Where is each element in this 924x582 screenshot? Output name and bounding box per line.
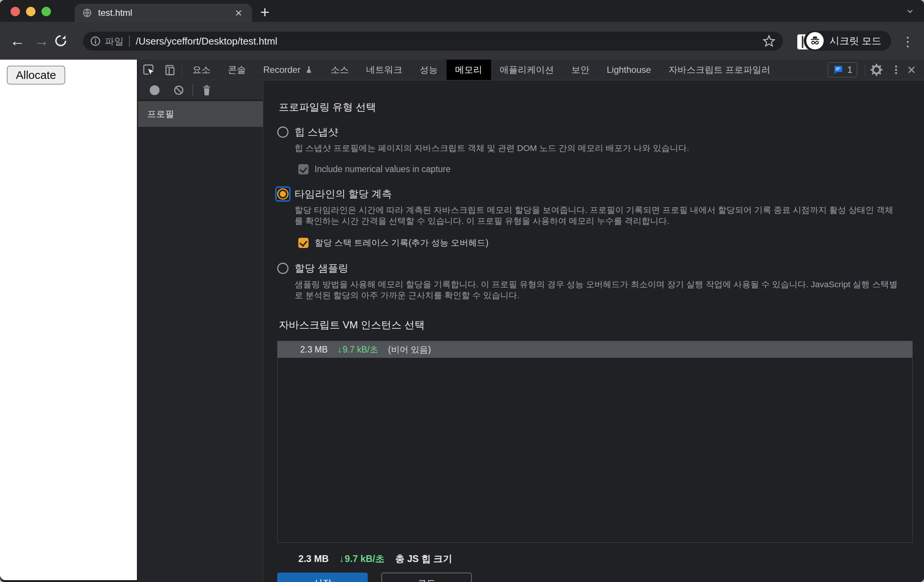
devtools-tabs: 요소 콘솔 Recorder 소스 네트워크 성능 메모리 애플리케이션 보안 …	[184, 60, 779, 80]
browser-tab[interactable]: test.html ×	[75, 4, 252, 22]
devtools-tab-network[interactable]: 네트워크	[358, 60, 411, 80]
devtools-tab-recorder[interactable]: Recorder	[254, 60, 322, 80]
browser-menu-icon[interactable]: ⋮	[901, 33, 914, 50]
profiles-section-header[interactable]: 프로필	[138, 101, 263, 127]
load-button[interactable]: 로드	[381, 572, 472, 582]
memory-toolbar	[138, 81, 263, 101]
vm-empty-note: (비어 있음)	[388, 344, 431, 355]
devtools-tab-security[interactable]: 보안	[563, 60, 598, 80]
devtools-tab-sources[interactable]: 소스	[322, 60, 358, 80]
numerical-values-check-row[interactable]: Include numerical values in capture	[298, 164, 924, 174]
down-arrow-icon: ↓	[340, 553, 344, 564]
allocation-sampling-option[interactable]: 할당 샘플링	[277, 261, 924, 275]
down-arrow-icon: ↓	[338, 345, 342, 355]
allocation-timeline-label: 타임라인의 할당 계측	[295, 187, 392, 201]
tab-title: test.html	[98, 8, 229, 18]
devtools-tab-console[interactable]: 콘솔	[219, 60, 254, 80]
allocation-sampling-description: 샘플링 방법을 사용해 메모리 할당을 기록합니다. 이 프로필 유형의 경우 …	[295, 279, 901, 301]
browser-window: test.html × + ← → 파일 /Users/yceffort/Des…	[0, 0, 924, 582]
incognito-badge: 시크릿 모드	[804, 30, 891, 51]
allocation-timeline-description: 할당 타임라인은 시간에 따라 계측된 자바스크립트 메모리 할당을 보여줍니다…	[295, 205, 901, 227]
issues-count: 1	[847, 64, 852, 75]
vm-rate-value: 9.7 kB/초	[342, 344, 378, 355]
tab-favicon-globe-icon	[82, 8, 92, 18]
new-tab-button[interactable]: +	[260, 5, 270, 20]
total-rate-value: 9.7 kB/초	[345, 552, 385, 565]
total-heap-size: 2.3 MB	[298, 553, 329, 564]
url-separator	[129, 35, 130, 47]
toolbar-separator	[192, 84, 193, 96]
devtools-panel: 요소 콘솔 Recorder 소스 네트워크 성능 메모리 애플리케이션 보안 …	[138, 60, 924, 582]
allocation-sampling-radio[interactable]	[277, 263, 289, 274]
action-buttons: 시작 로드	[277, 572, 924, 582]
reload-button[interactable]	[54, 33, 78, 48]
minimize-window-button[interactable]	[26, 7, 35, 16]
allocate-button[interactable]: Allocate	[7, 66, 65, 84]
vm-instance-list: 2.3 MB ↓ 9.7 kB/초 (비어 있음)	[277, 341, 913, 543]
inspect-element-icon[interactable]	[138, 60, 159, 80]
device-toolbar-icon[interactable]	[159, 60, 180, 80]
devtools-tab-elements[interactable]: 요소	[184, 60, 219, 80]
allocation-sampling-label: 할당 샘플링	[295, 261, 348, 275]
forward-button[interactable]: →	[30, 33, 54, 48]
stack-trace-check-row[interactable]: 할당 스택 트레이스 기록(추가 성능 오버헤드)	[298, 237, 924, 249]
devtools-tab-lighthouse[interactable]: Lighthouse	[598, 60, 660, 80]
allocation-timeline-option[interactable]: 타임라인의 할당 계측	[277, 187, 924, 201]
toolbar-separator	[182, 64, 182, 76]
numerical-values-label: Include numerical values in capture	[315, 164, 451, 174]
settings-gear-icon[interactable]	[867, 63, 886, 77]
issues-button[interactable]: 1	[828, 62, 857, 78]
devtools-menu-icon[interactable]	[886, 64, 906, 76]
recorder-label: Recorder	[263, 64, 300, 75]
devtools-tab-bar: 요소 콘솔 Recorder 소스 네트워크 성능 메모리 애플리케이션 보안 …	[138, 60, 924, 80]
experiment-flask-icon	[304, 65, 314, 74]
vm-heap-size: 2.3 MB	[300, 345, 328, 355]
allocation-timeline-radio[interactable]	[277, 188, 289, 200]
devtools-tab-performance[interactable]: 성능	[411, 60, 447, 80]
heap-snapshot-option[interactable]: 힙 스냅샷	[277, 125, 924, 139]
page-viewport: Allocate	[0, 60, 137, 580]
close-window-button[interactable]	[11, 7, 20, 16]
traffic-lights	[11, 7, 51, 16]
incognito-label: 시크릿 모드	[830, 34, 881, 48]
issues-chat-icon	[833, 64, 843, 75]
address-toolbar: ← → 파일 /Users/yceffort/Desktop/test.html…	[0, 22, 924, 60]
url-text[interactable]: /Users/yceffort/Desktop/test.html	[136, 35, 762, 47]
clear-profiles-icon[interactable]	[168, 84, 189, 96]
memory-main-pane: 프로파일링 유형 선택 힙 스냅샷 힙 스냅샷 프로필에는 페이지의 자바스크립…	[264, 81, 924, 582]
stack-trace-label: 할당 스택 트레이스 기록(추가 성능 오버헤드)	[315, 237, 488, 249]
tab-close-icon[interactable]: ×	[235, 7, 242, 19]
vm-instance-heading: 자바스크립트 VM 인스턴스 선택	[279, 318, 924, 332]
numerical-values-checkbox[interactable]	[298, 164, 309, 174]
back-button[interactable]: ←	[5, 33, 30, 48]
devtools-tab-memory[interactable]: 메모리	[447, 60, 491, 80]
info-icon[interactable]	[90, 35, 101, 47]
heap-snapshot-label: 힙 스냅샷	[295, 125, 338, 139]
total-heap-rate: ↓ 9.7 kB/초	[340, 552, 385, 565]
total-heap-row: 2.3 MB ↓ 9.7 kB/초 총 JS 힙 크기	[298, 552, 924, 565]
start-button[interactable]: 시작	[277, 572, 368, 582]
record-profile-icon[interactable]	[144, 85, 165, 95]
toolbar-separator	[865, 64, 865, 76]
devtools-bar-right: 1	[828, 60, 924, 80]
url-scheme-label: 파일	[105, 35, 124, 48]
bookmark-star-icon[interactable]	[762, 35, 776, 48]
devtools-tab-application[interactable]: 애플리케이션	[491, 60, 563, 80]
delete-profile-trash-icon[interactable]	[196, 84, 217, 96]
heap-snapshot-radio[interactable]	[277, 126, 289, 138]
address-bar[interactable]: 파일 /Users/yceffort/Desktop/test.html	[83, 32, 783, 51]
vm-instance-row[interactable]: 2.3 MB ↓ 9.7 kB/초 (비어 있음)	[277, 341, 912, 358]
fullscreen-window-button[interactable]	[41, 7, 51, 16]
incognito-icon	[806, 32, 824, 50]
devtools-tab-js-profiler[interactable]: 자바스크립트 프로파일러	[660, 60, 779, 80]
heap-snapshot-description: 힙 스냅샷 프로필에는 페이지의 자바스크립트 객체 및 관련 DOM 노드 간…	[295, 143, 901, 154]
vm-heap-rate: ↓ 9.7 kB/초	[338, 344, 378, 355]
total-heap-label: 총 JS 힙 크기	[395, 552, 452, 565]
tab-search-chevron-icon[interactable]	[904, 7, 916, 16]
tab-strip: test.html × +	[0, 0, 924, 22]
devtools-close-icon[interactable]: ×	[906, 63, 919, 77]
stack-trace-checkbox[interactable]	[298, 238, 309, 248]
profiling-type-heading: 프로파일링 유형 선택	[279, 101, 924, 114]
memory-sidebar: 프로필	[138, 81, 263, 582]
